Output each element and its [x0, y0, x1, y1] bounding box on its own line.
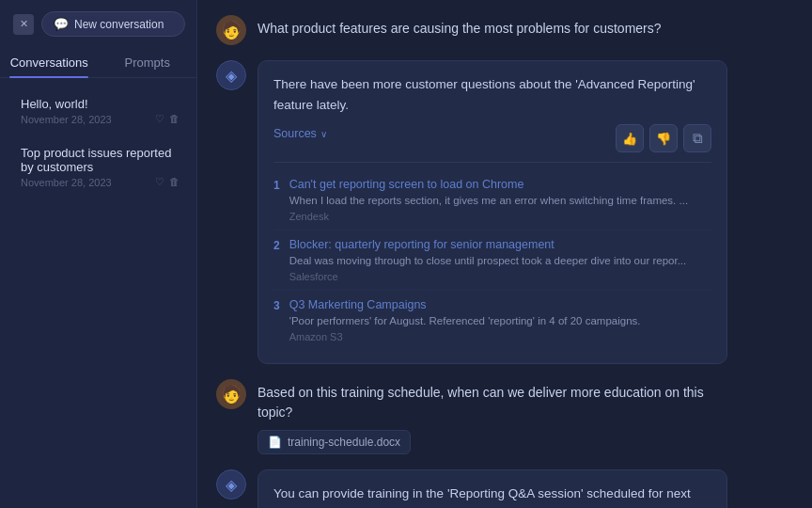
- source-provider-2: Salesforce: [289, 271, 687, 282]
- source-provider-1: Zendesk: [289, 211, 688, 222]
- favorite-icon[interactable]: ♡: [155, 113, 164, 125]
- sidebar: 👍✕ 💬 New conversation Conversations Prom…: [0, 0, 197, 508]
- user-message-2: Based on this training schedule, when ca…: [258, 379, 727, 454]
- conversation-list: Hello, world! November 28, 2023 ♡ 🗑 Top …: [0, 78, 196, 508]
- user-avatar-1: 🧑: [216, 15, 246, 45]
- source-title-1[interactable]: Can't get reporting screen to load on Ch…: [289, 178, 688, 191]
- favorite-icon[interactable]: ♡: [155, 176, 164, 188]
- conversation-date: November 28, 2023: [21, 177, 176, 188]
- source-desc-2: Deal was moving through to close until p…: [289, 253, 687, 268]
- message-row-user-2: 🧑 Based on this training schedule, when …: [216, 379, 793, 454]
- message-row-ai-2: ◈ You can provide training in the 'Repor…: [216, 469, 793, 508]
- conversation-actions: ♡ 🗑: [155, 113, 180, 125]
- ai-bubble-2: You can provide training in the 'Reporti…: [258, 469, 727, 508]
- ai-logo-icon: ◈: [226, 67, 237, 85]
- user-message-1: What product features are causing the mo…: [258, 15, 727, 39]
- copy-button[interactable]: ⧉: [683, 124, 711, 152]
- ai-avatar-1: ◈: [216, 60, 246, 90]
- user-avatar-2: 🧑: [216, 379, 246, 409]
- source-desc-3: 'Poor performers' for August. Referenced…: [289, 313, 641, 328]
- source-desc-1: When I load the reports section, it give…: [289, 193, 688, 208]
- source-title-2[interactable]: Blocker: quarterly reporting for senior …: [289, 238, 687, 251]
- chat-icon: 💬: [54, 17, 69, 31]
- ai-message-1: There have been more customer questions …: [258, 60, 727, 364]
- source-title-3[interactable]: Q3 Markerting Campaigns: [289, 298, 641, 311]
- user-face-icon-2: 🧑: [221, 384, 242, 405]
- ai-avatar-2: ◈: [216, 469, 246, 500]
- conversation-date: November 28, 2023: [21, 114, 176, 125]
- file-attachment: 📄 training-schedule.docx: [258, 430, 411, 454]
- delete-icon[interactable]: 🗑: [169, 113, 180, 125]
- ai-bubble-1: There have been more customer questions …: [258, 60, 727, 364]
- chevron-down-icon: ∨: [320, 129, 327, 139]
- new-conv-label: New conversation: [74, 18, 164, 31]
- conversation-item-product[interactable]: Top product issues reported by customers…: [8, 136, 189, 198]
- file-icon: 📄: [268, 436, 282, 449]
- tab-conversations[interactable]: Conversations: [0, 48, 99, 77]
- conversation-title: Hello, world!: [21, 97, 176, 111]
- sources-toggle-1[interactable]: Sources ∨: [273, 127, 327, 140]
- thumbs-down-button[interactable]: 👎: [649, 124, 678, 152]
- conversation-actions: ♡ 🗑: [155, 176, 180, 188]
- sidebar-tabs: Conversations Prompts: [0, 48, 196, 78]
- source-item-3: 3 Q3 Markerting Campaigns 'Poor performe…: [273, 291, 711, 350]
- ai-actions-1: 👍 👎 ⧉: [616, 124, 711, 152]
- source-item-1: 1 Can't get reporting screen to load on …: [273, 170, 711, 230]
- source-item-2: 2 Blocker: quarterly reporting for senio…: [273, 230, 711, 291]
- sidebar-header: 👍✕ 💬 New conversation: [0, 0, 196, 48]
- ai-message-2: You can provide training in the 'Reporti…: [258, 469, 727, 508]
- thumbs-up-button[interactable]: 👍: [616, 124, 644, 152]
- sources-list-1: 1 Can't get reporting screen to load on …: [273, 162, 711, 350]
- tab-prompts[interactable]: Prompts: [99, 48, 197, 77]
- user-face-icon: 🧑: [221, 20, 242, 40]
- conversation-title: Top product issues reported by customers: [21, 146, 176, 174]
- ai-logo-icon-2: ◈: [226, 476, 237, 494]
- delete-icon[interactable]: 🗑: [169, 176, 180, 188]
- new-conversation-button[interactable]: 💬 New conversation: [41, 11, 185, 37]
- conversation-item-hello[interactable]: Hello, world! November 28, 2023 ♡ 🗑: [8, 87, 189, 135]
- source-provider-3: Amazon S3: [289, 331, 641, 342]
- message-row-ai-1: ◈ There have been more customer question…: [216, 60, 793, 364]
- message-row-user-1: 🧑 What product features are causing the …: [216, 15, 793, 45]
- close-button[interactable]: 👍✕: [13, 14, 34, 35]
- chat-main: 🧑 What product features are causing the …: [197, 0, 812, 508]
